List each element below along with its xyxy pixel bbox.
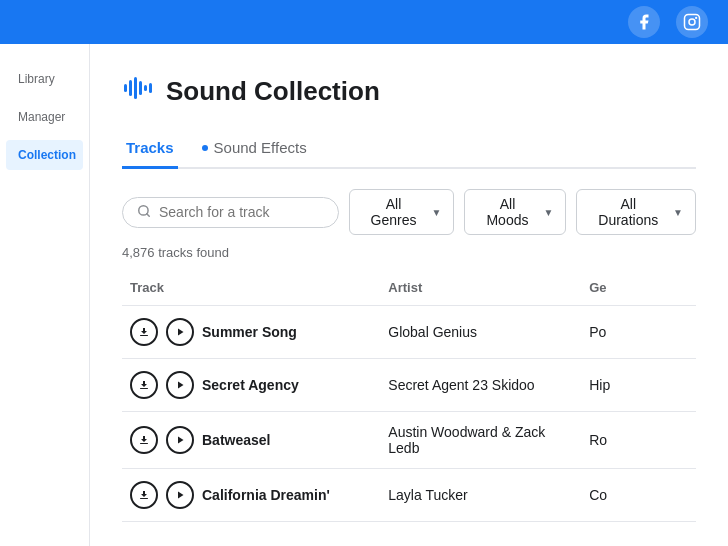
svg-rect-15	[140, 443, 148, 444]
genre-label: Co	[589, 487, 607, 503]
filters-row: All Genres ▼ All Moods ▼ All Durations ▼	[122, 189, 696, 235]
page-title-row: Sound Collection	[122, 72, 696, 111]
genre-label: Ro	[589, 432, 607, 448]
table-row: California Dreamin' Layla Tucker Co	[122, 469, 696, 522]
all-moods-button[interactable]: All Moods ▼	[464, 189, 566, 235]
track-table: Track Artist Ge	[122, 274, 696, 522]
all-durations-button[interactable]: All Durations ▼	[576, 189, 696, 235]
artist-name: Secret Agent 23 Skidoo	[388, 377, 534, 393]
svg-marker-12	[178, 329, 184, 336]
download-icon[interactable]	[130, 481, 158, 509]
svg-rect-3	[124, 84, 127, 92]
svg-marker-16	[178, 437, 184, 444]
page-title: Sound Collection	[166, 76, 380, 107]
genre-label: Hip	[589, 377, 610, 393]
top-bar	[0, 0, 728, 44]
col-header-track: Track	[122, 274, 380, 306]
svg-marker-14	[178, 382, 184, 389]
all-genres-button[interactable]: All Genres ▼	[349, 189, 455, 235]
sidebar-item-library[interactable]: Library	[6, 64, 83, 94]
tab-dot	[202, 145, 208, 151]
sidebar-item-manager[interactable]: Manager	[6, 102, 83, 132]
genre-label: Po	[589, 324, 606, 340]
tabs: Tracks Sound Effects	[122, 131, 696, 169]
svg-point-2	[695, 17, 697, 19]
results-count: 4,876 tracks found	[122, 245, 696, 260]
artist-name: Austin Woodward & Zack Ledb	[388, 424, 545, 456]
track-name: Batweasel	[202, 432, 270, 448]
sidebar-item-collection[interactable]: Collection	[6, 140, 83, 170]
sidebar: Library Manager Collection	[0, 44, 90, 546]
col-header-artist: Artist	[380, 274, 581, 306]
track-name: California Dreamin'	[202, 487, 330, 503]
svg-rect-5	[134, 77, 137, 99]
chevron-down-icon: ▼	[544, 207, 554, 218]
download-icon[interactable]	[130, 426, 158, 454]
track-name: Secret Agency	[202, 377, 299, 393]
svg-point-1	[689, 19, 695, 25]
tab-sound-effects[interactable]: Sound Effects	[198, 131, 311, 169]
svg-rect-6	[139, 81, 142, 95]
instagram-icon[interactable]	[676, 6, 708, 38]
track-cell: Batweasel	[130, 426, 372, 454]
table-row: Batweasel Austin Woodward & Zack Ledb Ro	[122, 412, 696, 469]
play-icon[interactable]	[166, 481, 194, 509]
download-icon[interactable]	[130, 318, 158, 346]
play-icon[interactable]	[166, 426, 194, 454]
artist-name: Layla Tucker	[388, 487, 467, 503]
artist-name: Global Genius	[388, 324, 477, 340]
facebook-icon[interactable]	[628, 6, 660, 38]
search-icon	[137, 204, 151, 221]
svg-rect-4	[129, 80, 132, 96]
table-row: Summer Song Global Genius Po	[122, 306, 696, 359]
svg-rect-17	[140, 498, 148, 499]
tab-tracks[interactable]: Tracks	[122, 131, 178, 169]
table-row: Secret Agency Secret Agent 23 Skidoo Hip	[122, 359, 696, 412]
search-input[interactable]	[159, 204, 324, 220]
svg-line-10	[147, 213, 150, 216]
svg-rect-13	[140, 388, 148, 389]
track-cell: Secret Agency	[130, 371, 372, 399]
track-cell: California Dreamin'	[130, 481, 372, 509]
download-icon[interactable]	[130, 371, 158, 399]
main-layout: Library Manager Collection Sound Collect…	[0, 44, 728, 546]
svg-rect-11	[140, 335, 148, 336]
play-icon[interactable]	[166, 371, 194, 399]
search-box	[122, 197, 339, 228]
svg-rect-7	[144, 85, 147, 91]
chevron-down-icon: ▼	[673, 207, 683, 218]
waveform-icon	[122, 72, 154, 111]
track-cell: Summer Song	[130, 318, 372, 346]
svg-rect-0	[685, 15, 700, 30]
content-area: Sound Collection Tracks Sound Effects	[90, 44, 728, 546]
svg-rect-8	[149, 83, 152, 93]
play-icon[interactable]	[166, 318, 194, 346]
svg-marker-18	[178, 492, 184, 499]
col-header-genre: Ge	[581, 274, 696, 306]
track-name: Summer Song	[202, 324, 297, 340]
chevron-down-icon: ▼	[432, 207, 442, 218]
